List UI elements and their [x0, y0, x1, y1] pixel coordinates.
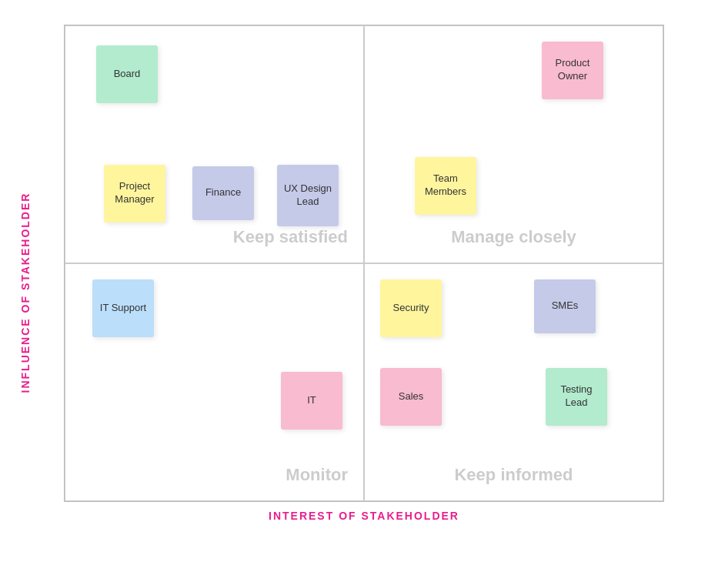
- quadrant-monitor: Monitor IT SupportIT: [65, 263, 364, 501]
- quadrant-keep-informed: Keep informed SecuritySMEsSalesTesting L…: [364, 263, 663, 501]
- sticky-board[interactable]: Board: [96, 45, 158, 103]
- sticky-sales[interactable]: Sales: [380, 368, 442, 426]
- keep-satisfied-label: Keep satisfied: [233, 227, 348, 247]
- sticky-smes[interactable]: SMEs: [534, 279, 596, 333]
- stakeholder-matrix: INFLUENCE OF STAKEHOLDER Keep satisfied …: [33, 25, 695, 548]
- sticky-testing-lead[interactable]: Testing Lead: [546, 368, 607, 426]
- sticky-security[interactable]: Security: [380, 279, 442, 337]
- sticky-it[interactable]: IT: [281, 372, 342, 430]
- keep-informed-label: Keep informed: [454, 465, 573, 485]
- y-axis-label: INFLUENCE OF STAKEHOLDER: [19, 192, 32, 393]
- sticky-project-manager[interactable]: Project Manager: [104, 165, 165, 222]
- quadrant-manage-closely: Manage closely Product OwnerTeam Members: [364, 25, 663, 263]
- x-axis-label: INTEREST OF STAKEHOLDER: [269, 510, 459, 522]
- sticky-team-members[interactable]: Team Members: [415, 157, 476, 215]
- manage-closely-label: Manage closely: [451, 227, 576, 247]
- sticky-product-owner[interactable]: Product Owner: [542, 42, 603, 99]
- sticky-it-support[interactable]: IT Support: [92, 279, 154, 337]
- matrix-grid: Keep satisfied BoardProject ManagerFinan…: [64, 25, 664, 502]
- monitor-label: Monitor: [286, 465, 348, 485]
- sticky-ux-design-lead[interactable]: UX Design Lead: [277, 165, 339, 226]
- quadrant-keep-satisfied: Keep satisfied BoardProject ManagerFinan…: [65, 25, 364, 263]
- sticky-finance[interactable]: Finance: [192, 166, 254, 220]
